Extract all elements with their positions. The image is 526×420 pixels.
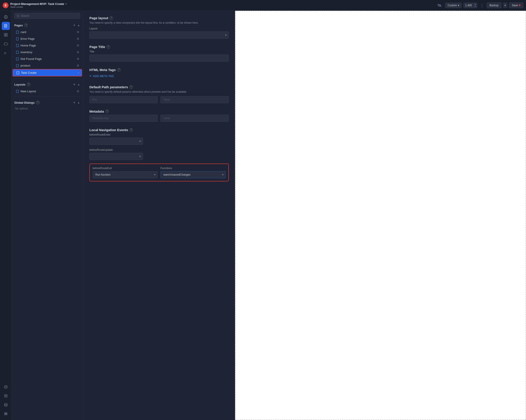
page-layout-section: Page layout ? You need to specify a view…: [89, 16, 229, 39]
sidebar-item-inventory[interactable]: inventory ⚙: [12, 49, 82, 55]
layout-select-wrap: ▾: [89, 31, 229, 39]
sidebar-item-card-label: card: [20, 30, 75, 34]
more-options-button[interactable]: ⋮: [479, 2, 485, 9]
sidebar-icon-crop[interactable]: [2, 392, 10, 400]
metadata-key-input[interactable]: [89, 115, 158, 122]
sidebar-item-home-page[interactable]: Home Page ⚙: [12, 42, 82, 49]
pages-collapse-button[interactable]: ▴: [77, 23, 80, 27]
page-title-help[interactable]: ?: [107, 45, 110, 49]
before-route-exit-select[interactable]: Run function: [92, 171, 158, 178]
new-layout-settings-button[interactable]: ⚙: [77, 90, 79, 93]
html-meta-tags-help[interactable]: ?: [117, 68, 121, 72]
search-icon: [17, 15, 20, 17]
global-dialogs-collapse-button[interactable]: ▴: [77, 100, 80, 105]
zoom-stepper: ▲ ▼: [474, 3, 477, 8]
metadata-help[interactable]: ?: [105, 110, 109, 113]
side-icons-panel: 8 fx: [0, 11, 12, 420]
before-route-update-select-wrap: ▾: [89, 153, 143, 160]
sidebar-icon-pages[interactable]: [2, 22, 10, 30]
sidebar-item-product[interactable]: product ⚙: [12, 62, 82, 69]
backup-button[interactable]: Backup: [487, 2, 501, 8]
topbar-title-group: Project-Management-MVP: Task Create ▾ /t…: [10, 2, 434, 8]
page-title-input[interactable]: [89, 54, 229, 62]
sidebar-item-new-layout[interactable]: New Layout ⚙: [12, 88, 82, 94]
local-nav-events-help[interactable]: ?: [129, 128, 133, 132]
inventory-settings-button[interactable]: ⚙: [77, 50, 79, 54]
svg-rect-30: [16, 51, 19, 54]
functions-select-wrap: warnUnsavedChanges ▾: [161, 171, 226, 178]
sidebar-item-not-found-page[interactable]: Not Found Page ⚙: [12, 56, 82, 62]
default-path-row: [89, 96, 229, 103]
sidebar-icon-functions[interactable]: fx: [2, 49, 10, 57]
sidebar-item-error-page-label: Error Page: [20, 37, 75, 40]
layouts-add-button[interactable]: +: [72, 82, 76, 87]
preview-area: [235, 11, 526, 420]
svg-rect-31: [16, 58, 19, 60]
layout-select[interactable]: [89, 31, 229, 39]
home-page-settings-button[interactable]: ⚙: [77, 44, 79, 47]
sidebar-icon-notifications[interactable]: 8: [2, 13, 10, 21]
save-button[interactable]: Save: [509, 2, 523, 8]
functions-select[interactable]: warnUnsavedChanges: [161, 171, 226, 178]
global-dialogs-help-icon[interactable]: ?: [36, 101, 40, 104]
metadata-value-input[interactable]: [161, 115, 229, 122]
default-path-help[interactable]: ?: [129, 85, 133, 89]
sidebar: Pages ? + ▴ card ⚙ Er: [12, 11, 83, 420]
search-input[interactable]: [21, 14, 78, 17]
zoom-input[interactable]: [464, 3, 474, 8]
layouts-section-actions: + ▴: [72, 82, 80, 87]
visibility-toggle-button[interactable]: [436, 3, 443, 8]
before-route-update-select[interactable]: [89, 153, 143, 160]
default-path-key-input[interactable]: [89, 96, 158, 103]
app-container: 8 Project-Management-MVP: Task Create ▾ …: [0, 0, 526, 420]
sidebar-item-card[interactable]: card ⚙: [12, 29, 82, 35]
global-dialogs-empty-text: No options: [15, 107, 28, 110]
zoom-up-button[interactable]: ▲: [474, 3, 477, 5]
svg-point-11: [4, 385, 7, 389]
page-icon: [16, 51, 19, 54]
page-title-heading: Page Title ?: [89, 45, 229, 49]
backup-dropdown-button[interactable]: ▾: [503, 3, 507, 8]
zoom-down-button[interactable]: ▼: [474, 5, 477, 8]
sidebar-icon-database[interactable]: [2, 401, 10, 409]
view-mode-caret: ▾: [458, 4, 459, 7]
sidebar-icon-components[interactable]: [2, 31, 10, 39]
sidebar-icon-cloud[interactable]: [2, 40, 10, 48]
svg-point-18: [4, 403, 7, 405]
page-icon: [16, 44, 19, 47]
product-settings-button[interactable]: ⚙: [77, 64, 79, 67]
before-route-enter-select-wrap: ▾: [89, 138, 143, 145]
sidebar-item-home-page-label: Home Page: [20, 44, 75, 47]
svg-rect-9: [6, 35, 7, 36]
before-route-enter-group: beforeRouteEnter ▾: [89, 133, 229, 145]
sidebar-item-task-create[interactable]: Task Create ›: [12, 69, 82, 76]
topbar-right: Custom ▾ ▲ ▼ ⋮ Backup ▾ Save: [436, 2, 523, 9]
sidebar-icon-palette[interactable]: [2, 383, 10, 391]
pages-help-icon[interactable]: ?: [24, 23, 28, 27]
global-dialogs-add-button[interactable]: +: [72, 100, 76, 105]
page-layout-title: Page layout ?: [89, 16, 229, 20]
topbar-title-caret: ▾: [65, 3, 67, 5]
sidebar-item-error-page[interactable]: Error Page ⚙: [12, 36, 82, 42]
layouts-section-title: Layouts: [14, 83, 25, 86]
sidebar-icon-settings[interactable]: [2, 410, 10, 418]
layouts-help-icon[interactable]: ?: [27, 83, 30, 86]
svg-point-23: [6, 413, 7, 414]
page-layout-help[interactable]: ?: [110, 16, 113, 20]
pages-add-button[interactable]: +: [72, 23, 76, 28]
error-page-settings-button[interactable]: ⚙: [77, 37, 79, 40]
card-settings-button[interactable]: ⚙: [77, 30, 79, 34]
default-path-title: Default Path parameters ?: [89, 85, 229, 89]
functions-col: Functions warnUnsavedChanges ▾: [161, 167, 226, 178]
before-route-update-group: beforeRouteUpdate ▾: [89, 148, 229, 160]
before-route-exit-row: beforeRouteExit Run function ▾ Functions: [92, 167, 226, 178]
layouts-list: New Layout ⚙: [12, 88, 83, 94]
before-route-enter-select[interactable]: [89, 138, 143, 145]
before-route-exit-select-wrap: Run function ▾: [92, 171, 158, 178]
add-meta-tag-button[interactable]: + ADD META TAG: [89, 73, 114, 79]
default-path-value-input[interactable]: [161, 96, 229, 103]
not-found-page-settings-button[interactable]: ⚙: [77, 57, 79, 60]
view-mode-dropdown[interactable]: Custom ▾: [445, 3, 461, 8]
layouts-collapse-button[interactable]: ▴: [77, 82, 80, 86]
before-route-exit-label: beforeRouteExit: [92, 167, 158, 170]
